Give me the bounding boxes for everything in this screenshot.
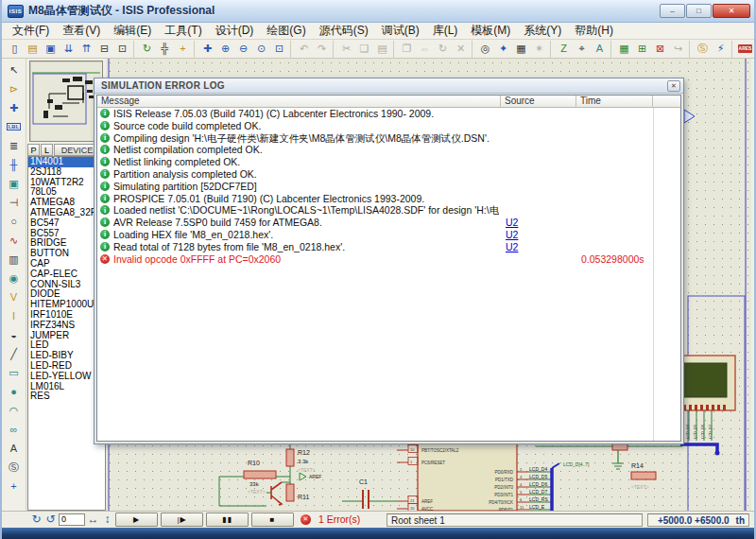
rotation-angle-input[interactable] [59, 513, 85, 526]
pan-icon[interactable]: ✚ [198, 41, 216, 58]
goto-sheet-icon[interactable]: ↪ [669, 41, 687, 58]
menu-item[interactable]: 设计(D) [209, 22, 261, 40]
menu-item[interactable]: 编辑(E) [107, 22, 158, 40]
bus-net-label[interactable]: LCD_D[4..7] [563, 461, 590, 467]
subcircuit-mode-icon[interactable]: ▣ [5, 174, 24, 193]
2d-arc-mode-icon[interactable]: ◠ [5, 401, 24, 420]
mirror-vertical-button[interactable]: ↕ [101, 513, 113, 526]
pause-button[interactable]: ▮▮ [206, 513, 249, 527]
rotate-anticlockwise-button[interactable]: ↺ [44, 513, 57, 526]
terminal-mode-icon[interactable]: ⊣ [5, 193, 24, 212]
text-script-mode-icon[interactable]: ≣ [5, 136, 24, 155]
menu-item[interactable]: 文件(F) [6, 22, 56, 40]
bus-mode-icon[interactable]: ╫ [5, 155, 24, 174]
block-move-icon[interactable]: ⇔ [416, 41, 434, 58]
netlist-to-ares-icon[interactable]: ⚡ [712, 41, 730, 58]
menu-item[interactable]: 绘图(G) [260, 22, 312, 40]
mark-output-area-icon[interactable]: ⊡ [113, 41, 131, 58]
log-row[interactable]: iISIS Release 7.05.03 (Build 7401) (C) L… [97, 108, 680, 120]
dialog-close-button[interactable]: ✕ [667, 80, 680, 92]
block-delete-icon[interactable]: ✕ [452, 41, 470, 58]
maximize-button[interactable]: □ [686, 4, 712, 18]
stop-button[interactable]: ■ [251, 513, 294, 527]
block-copy-icon[interactable]: ❐ [398, 41, 416, 58]
graph-mode-icon[interactable]: ∿ [5, 231, 24, 250]
property-assignment-icon[interactable]: A [591, 41, 609, 58]
menu-item[interactable]: 帮助(H) [568, 22, 620, 40]
menu-item[interactable]: 工具(T) [158, 22, 208, 40]
play-button[interactable]: ▶ [115, 513, 158, 527]
toggle-grid-icon[interactable]: ╬ [156, 41, 174, 58]
menu-item[interactable]: 查看(V) [56, 22, 107, 40]
design-explorer-icon[interactable]: ▦ [615, 41, 633, 58]
export-section-icon[interactable]: ⇈ [77, 41, 95, 58]
undo-icon[interactable]: ↶ [295, 41, 313, 58]
rotate-clockwise-button[interactable]: ↻ [30, 513, 43, 526]
ares-icon[interactable]: ARES [736, 41, 754, 58]
menu-item[interactable]: 模板(M) [464, 22, 517, 40]
false-origin-icon[interactable]: + [174, 41, 192, 58]
log-row[interactable]: iLoading HEX file 'M8_en_0218.hex'.U2 [97, 229, 680, 241]
make-device-icon[interactable]: ✦ [494, 41, 512, 58]
junction-dot-mode-icon[interactable]: ✚ [5, 98, 24, 117]
wire-autorouter-icon[interactable]: Z [555, 41, 573, 58]
column-header-time[interactable]: Time [576, 96, 653, 108]
source-link[interactable]: U2 [506, 229, 518, 241]
error-indicator[interactable]: ✕ 1 Error(s) [301, 513, 360, 525]
zoom-area-icon[interactable]: ⊡ [270, 41, 288, 58]
zoom-in-icon[interactable]: ⊕ [216, 41, 234, 58]
part-ref-r14[interactable]: R14 [631, 462, 644, 469]
part-ref-r12[interactable]: R12 [298, 449, 310, 456]
minimize-button[interactable]: – [660, 4, 685, 18]
import-section-icon[interactable]: ⇊ [60, 41, 77, 58]
save-file-icon[interactable]: ▣ [42, 41, 60, 58]
mirror-horizontal-button[interactable]: ↔ [87, 513, 99, 526]
part-ref-r11[interactable]: R11 [298, 494, 309, 500]
tape-recorder-mode-icon[interactable]: ▥ [5, 250, 24, 269]
2d-circle-mode-icon[interactable]: ● [5, 382, 24, 401]
menu-item[interactable]: 源代码(S) [313, 22, 375, 40]
pick-parts-icon[interactable]: ◎ [476, 41, 494, 58]
virtual-instrument-mode-icon[interactable]: ◒ [5, 325, 24, 344]
schematic-overview[interactable] [29, 61, 103, 142]
source-link[interactable]: U2 [506, 217, 518, 229]
copy-icon[interactable]: ❏ [355, 41, 373, 58]
log-row[interactable]: ✕Invalid opcode 0xFFFF at PC=0x20600.053… [97, 253, 680, 266]
zoom-out-icon[interactable]: ⊖ [234, 41, 252, 58]
log-row[interactable]: iRead total of 7128 bytes from file 'M8_… [97, 241, 680, 253]
wire-label-mode-icon[interactable]: LBL [5, 117, 24, 136]
redraw-icon[interactable]: ↻ [138, 41, 156, 58]
library-button[interactable]: L [41, 144, 53, 156]
decompose-icon[interactable]: ✶ [530, 41, 548, 58]
log-row[interactable]: iAVR Release 7.5SP0 build 7459 for ATMEG… [97, 217, 680, 229]
packaging-tool-icon[interactable]: ▦ [512, 41, 530, 58]
print-icon[interactable]: ⊟ [95, 41, 113, 58]
part-ref-r10[interactable]: R10 [248, 460, 260, 466]
paste-icon[interactable]: ▤ [373, 41, 391, 58]
current-probe-mode-icon[interactable]: I [5, 306, 24, 325]
log-row[interactable]: iNetlist linking completed OK. [97, 156, 680, 168]
redo-icon[interactable]: ↷ [313, 41, 331, 58]
erc-report-icon[interactable]: Ⓢ [694, 41, 712, 58]
source-link[interactable]: U2 [506, 241, 518, 253]
dialog-title-bar[interactable]: SIMULATION ERROR LOG ✕ [94, 78, 683, 94]
new-file-icon[interactable]: ▯ [6, 41, 24, 58]
generator-mode-icon[interactable]: ◉ [5, 269, 24, 287]
new-sheet-icon[interactable]: ⊞ [633, 41, 651, 58]
close-button[interactable]: ✕ [713, 4, 750, 18]
log-row[interactable]: iLoaded netlist 'C:\DOCUME~1\Rong\LOCALS… [97, 204, 680, 217]
column-header-message[interactable]: Message [97, 96, 501, 108]
pick-device-button[interactable]: P [27, 144, 40, 156]
menu-item[interactable]: 调试(B) [375, 22, 426, 40]
2d-marker-mode-icon[interactable]: + [5, 477, 24, 496]
device-pin-mode-icon[interactable]: ○ [5, 212, 24, 231]
search-tag-icon[interactable]: ⌖ [573, 41, 591, 58]
voltage-probe-mode-icon[interactable]: V [5, 287, 24, 306]
zoom-all-icon[interactable]: ⊙ [252, 41, 270, 58]
2d-path-mode-icon[interactable]: ∞ [5, 420, 24, 439]
2d-box-mode-icon[interactable]: ▭ [5, 363, 24, 382]
component-mode-icon[interactable]: ⊳ [5, 79, 24, 98]
column-header-source[interactable]: Source [501, 96, 576, 108]
block-rotate-icon[interactable]: ↻ [434, 41, 452, 58]
log-row[interactable]: iNetlist compilation completed OK. [97, 144, 680, 156]
